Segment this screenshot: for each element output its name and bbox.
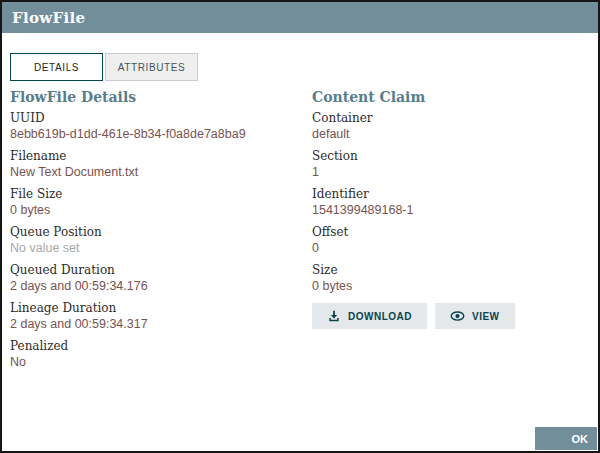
tab-attributes[interactable]: ATTRIBUTES bbox=[105, 53, 198, 81]
field-offset: Offset 0 bbox=[312, 225, 590, 255]
field-label: Section bbox=[312, 149, 590, 163]
field-queued-duration: Queued Duration 2 days and 00:59:34.176 bbox=[10, 263, 312, 293]
field-label: Lineage Duration bbox=[10, 301, 312, 315]
tab-details[interactable]: DETAILS bbox=[10, 53, 103, 81]
field-file-size: File Size 0 bytes bbox=[10, 187, 312, 217]
view-button[interactable]: VIEW bbox=[435, 303, 515, 329]
field-lineage-duration: Lineage Duration 2 days and 00:59:34.317 bbox=[10, 301, 312, 331]
field-uuid: UUID 8ebb619b-d1dd-461e-8b34-f0a8de7a8ba… bbox=[10, 111, 312, 141]
ok-button[interactable]: OK bbox=[535, 427, 597, 450]
flowfile-details-section: FlowFile Details UUID 8ebb619b-d1dd-461e… bbox=[10, 89, 312, 377]
content-actions: DOWNLOAD VIEW bbox=[312, 303, 590, 329]
download-icon bbox=[327, 309, 341, 323]
field-value: 8ebb619b-d1dd-461e-8b34-f0a8de7a8ba9 bbox=[10, 127, 312, 141]
tab-bar: DETAILS ATTRIBUTES bbox=[10, 53, 598, 81]
eye-icon bbox=[450, 310, 465, 322]
field-filename: Filename New Text Document.txt bbox=[10, 149, 312, 179]
field-size: Size 0 bytes bbox=[312, 263, 590, 293]
field-value: 0 bytes bbox=[10, 203, 312, 217]
field-value: 1541399489168-1 bbox=[312, 203, 590, 217]
field-value: No bbox=[10, 355, 312, 369]
field-label: Filename bbox=[10, 149, 312, 163]
field-label: Container bbox=[312, 111, 590, 125]
field-value: 0 bytes bbox=[312, 279, 590, 293]
flowfile-dialog: FlowFile DETAILS ATTRIBUTES FlowFile Det… bbox=[0, 0, 600, 453]
field-value: 2 days and 00:59:34.317 bbox=[10, 317, 312, 331]
field-value: New Text Document.txt bbox=[10, 165, 312, 179]
dialog-title: FlowFile bbox=[12, 9, 85, 27]
flowfile-details-heading: FlowFile Details bbox=[10, 89, 312, 105]
content-claim-section: Content Claim Container default Section … bbox=[312, 89, 590, 377]
field-label: Offset bbox=[312, 225, 590, 239]
field-label: Queue Position bbox=[10, 225, 312, 239]
field-label: File Size bbox=[10, 187, 312, 201]
field-container: Container default bbox=[312, 111, 590, 141]
content-claim-heading: Content Claim bbox=[312, 89, 590, 105]
field-queue-position: Queue Position No value set bbox=[10, 225, 312, 255]
field-label: Size bbox=[312, 263, 590, 277]
field-identifier: Identifier 1541399489168-1 bbox=[312, 187, 590, 217]
view-button-label: VIEW bbox=[472, 311, 500, 322]
field-section: Section 1 bbox=[312, 149, 590, 179]
download-button-label: DOWNLOAD bbox=[348, 311, 412, 322]
field-label: Identifier bbox=[312, 187, 590, 201]
field-penalized: Penalized No bbox=[10, 339, 312, 369]
field-value: 2 days and 00:59:34.176 bbox=[10, 279, 312, 293]
field-value: 1 bbox=[312, 165, 590, 179]
download-button[interactable]: DOWNLOAD bbox=[312, 303, 427, 329]
field-value: No value set bbox=[10, 241, 312, 255]
field-label: Penalized bbox=[10, 339, 312, 353]
field-value: default bbox=[312, 127, 590, 141]
field-value: 0 bbox=[312, 241, 590, 255]
field-label: Queued Duration bbox=[10, 263, 312, 277]
field-label: UUID bbox=[10, 111, 312, 125]
dialog-content: FlowFile Details UUID 8ebb619b-d1dd-461e… bbox=[2, 81, 598, 377]
dialog-header: FlowFile bbox=[2, 2, 598, 33]
